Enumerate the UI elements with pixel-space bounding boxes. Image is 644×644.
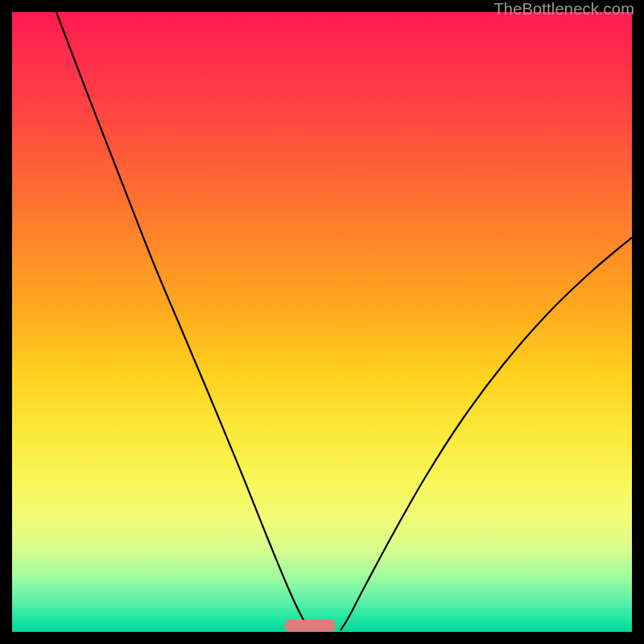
plot-area xyxy=(12,12,632,632)
chart-container: TheBottleneck.com xyxy=(0,0,644,644)
curve-right xyxy=(341,237,632,630)
bottleneck-marker xyxy=(284,620,336,631)
curve-left xyxy=(56,12,312,630)
watermark-text: TheBottleneck.com xyxy=(493,0,634,19)
curve-svg xyxy=(12,12,632,632)
